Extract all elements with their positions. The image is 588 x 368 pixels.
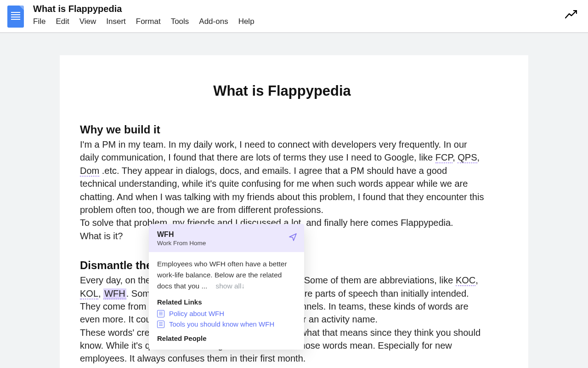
- show-all-button[interactable]: show all↓: [215, 282, 245, 290]
- text: ,: [477, 152, 480, 162]
- document-icon: [157, 310, 164, 317]
- term-kol[interactable]: KOL: [80, 288, 98, 299]
- term-definition-popup: WFH Work From Home Employees who WFH oft…: [149, 224, 304, 350]
- app-header: What is Flappypedia File Edit View Inser…: [0, 0, 588, 33]
- menu-insert[interactable]: Insert: [106, 17, 126, 26]
- term-qps[interactable]: QPS: [458, 152, 477, 163]
- text: ,: [452, 152, 458, 162]
- menu-format[interactable]: Format: [136, 17, 161, 26]
- docs-logo-icon[interactable]: [7, 6, 24, 28]
- document-title[interactable]: What is Flappypedia: [33, 4, 581, 14]
- related-links-heading: Related Links: [157, 298, 296, 306]
- related-people-heading: Related People: [157, 334, 296, 342]
- link-text: Policy about WFH: [169, 310, 224, 317]
- term-dom[interactable]: Dom: [80, 166, 99, 177]
- send-icon[interactable]: [288, 232, 298, 243]
- popup-header: WFH Work From Home: [149, 224, 304, 252]
- menu-edit[interactable]: Edit: [56, 17, 69, 26]
- text: .etc. They appear in dialogs, docs, and …: [80, 166, 484, 215]
- menu-addons[interactable]: Add-ons: [199, 17, 228, 26]
- popup-description: Employees who WFH often have a better wo…: [157, 259, 296, 292]
- related-link[interactable]: Tools you should know when WFH: [157, 320, 296, 328]
- term-koc[interactable]: KOC: [456, 275, 475, 286]
- popup-expansion: Work From Home: [157, 240, 296, 247]
- doc-heading-1: What is Flappypedia: [80, 83, 484, 99]
- section-heading-why: Why we build it: [80, 123, 484, 136]
- title-area: What is Flappypedia File Edit View Inser…: [33, 4, 581, 26]
- menu-help[interactable]: Help: [238, 17, 254, 26]
- term-fcp[interactable]: FCP: [435, 152, 452, 163]
- menu-view[interactable]: View: [79, 17, 96, 26]
- popup-abbreviation: WFH: [157, 230, 296, 239]
- text: ,: [98, 288, 103, 299]
- menu-bar: File Edit View Insert Format Tools Add-o…: [33, 17, 581, 26]
- text: I'm a PM in my team. In my daily work, I…: [80, 139, 467, 162]
- link-text: Tools you should know when WFH: [169, 320, 274, 328]
- popup-body: Employees who WFH often have a better wo…: [149, 252, 304, 350]
- related-link[interactable]: Policy about WFH: [157, 310, 296, 317]
- menu-file[interactable]: File: [33, 17, 45, 26]
- trending-up-icon[interactable]: [565, 10, 577, 20]
- text: ,: [475, 275, 478, 285]
- menu-tools[interactable]: Tools: [171, 17, 189, 26]
- document-icon: [157, 321, 164, 328]
- paragraph: I'm a PM in my team. In my daily work, I…: [80, 138, 484, 216]
- term-wfh-highlighted[interactable]: WFH: [103, 288, 126, 299]
